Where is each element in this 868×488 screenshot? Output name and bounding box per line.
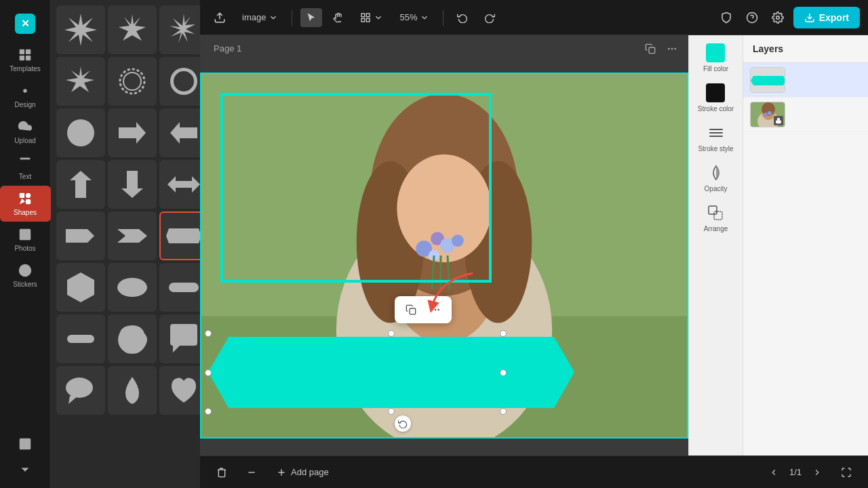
- shape-droplet[interactable]: [108, 366, 157, 415]
- handle-tr[interactable]: [500, 330, 507, 337]
- sidebar-item-templates[interactable]: Templates: [0, 42, 51, 78]
- canvas-frame[interactable]: [200, 73, 688, 439]
- file-menu-button[interactable]: [208, 7, 231, 28]
- main-area: image 55%: [200, 0, 868, 488]
- page-navigation: 1/1: [764, 464, 827, 481]
- prev-page-button[interactable]: [764, 464, 784, 481]
- shape-arrow-down[interactable]: [108, 160, 157, 209]
- handle-mr[interactable]: [500, 369, 507, 376]
- next-page-button[interactable]: [807, 464, 827, 481]
- svg-marker-33: [121, 171, 143, 198]
- shape-speech-bubble[interactable]: [159, 314, 200, 363]
- help-button[interactable]: [742, 7, 762, 28]
- select-tool-button[interactable]: [300, 8, 322, 27]
- page-more-button[interactable]: [664, 41, 680, 59]
- layer-item-1[interactable]: [743, 63, 868, 98]
- shape-arrow-double[interactable]: [159, 160, 200, 209]
- shape-rounded-rect[interactable]: [108, 263, 157, 312]
- pan-tool-button[interactable]: [328, 8, 349, 27]
- arrange-item[interactable]: Arrange: [704, 203, 728, 232]
- teal-rectangle-outline[interactable]: [220, 93, 492, 283]
- canvas-container: Page 1: [200, 35, 688, 455]
- arrange-icon: [706, 203, 725, 222]
- stroke-style-icon: [707, 123, 726, 142]
- top-toolbar: image 55%: [200, 0, 868, 35]
- sidebar-item-design[interactable]: Design: [0, 78, 51, 114]
- sidebar: ✕ Templates Design Upload Text Shapes Ph…: [0, 0, 51, 488]
- shape-circle[interactable]: [56, 108, 105, 157]
- shape-oval-speech[interactable]: [56, 366, 105, 415]
- svg-marker-35: [66, 229, 94, 243]
- handle-bm[interactable]: [388, 408, 395, 415]
- shape-heart[interactable]: [159, 366, 200, 415]
- canvas-background: [201, 74, 687, 437]
- app-logo[interactable]: ✕: [0, 5, 51, 42]
- shape-banner-scroll[interactable]: [159, 211, 200, 260]
- image-dropdown-button[interactable]: image: [237, 8, 283, 26]
- redo-button[interactable]: [479, 8, 500, 27]
- banner-shape-selected[interactable]: [208, 333, 574, 411]
- svg-point-11: [26, 193, 31, 198]
- settings-button[interactable]: [768, 7, 788, 28]
- svg-point-26: [123, 73, 141, 90]
- svg-rect-53: [649, 47, 655, 54]
- shape-chevron-right[interactable]: [108, 211, 157, 260]
- svg-point-89: [768, 111, 772, 115]
- zoom-button[interactable]: 55%: [394, 8, 435, 26]
- svg-point-28: [174, 71, 194, 92]
- svg-point-55: [671, 48, 673, 50]
- page-duplicate-button[interactable]: [642, 41, 658, 59]
- shape-capsule[interactable]: [56, 314, 105, 363]
- context-duplicate-button[interactable]: [403, 302, 419, 318]
- shape-arrow-up[interactable]: [56, 160, 105, 209]
- layout-button[interactable]: [355, 8, 389, 27]
- svg-rect-81: [714, 211, 722, 220]
- shapes-panel: [51, 0, 200, 488]
- rotate-handle[interactable]: [395, 415, 411, 432]
- shape-starburst-2[interactable]: [108, 5, 157, 54]
- shape-burst-circle[interactable]: [108, 57, 157, 106]
- handle-tl[interactable]: [205, 330, 212, 337]
- layers-header: Layers: [743, 35, 868, 63]
- stroke-style-item[interactable]: Stroke style: [698, 123, 733, 152]
- shape-stamp-circle[interactable]: [159, 57, 200, 106]
- handle-ml[interactable]: [205, 369, 212, 376]
- undo-button[interactable]: [452, 8, 473, 27]
- fill-color-item[interactable]: Fill color: [703, 43, 728, 73]
- svg-rect-46: [367, 14, 370, 17]
- fill-color-swatch[interactable]: [706, 43, 725, 62]
- stroke-color-swatch[interactable]: [706, 83, 725, 102]
- handle-tm[interactable]: [388, 330, 395, 337]
- shield-icon-button[interactable]: [716, 7, 736, 28]
- handle-bl[interactable]: [205, 408, 212, 415]
- sidebar-item-frames[interactable]: [0, 431, 51, 457]
- shape-starburst-1[interactable]: [56, 5, 105, 54]
- sidebar-item-stickers[interactable]: Stickers: [0, 258, 51, 293]
- shape-pill[interactable]: [159, 263, 200, 312]
- delete-element-button[interactable]: [211, 463, 233, 482]
- shape-arrow-right[interactable]: [108, 108, 157, 157]
- export-button[interactable]: Export: [793, 7, 860, 28]
- shape-blob[interactable]: [108, 314, 157, 363]
- layer-item-2[interactable]: [743, 98, 868, 132]
- sidebar-item-more[interactable]: [0, 457, 51, 483]
- context-more-button[interactable]: [427, 302, 443, 318]
- sidebar-item-photos[interactable]: Photos: [0, 222, 51, 258]
- shape-tag-right[interactable]: [56, 211, 105, 260]
- stroke-color-item[interactable]: Stroke color: [698, 83, 734, 113]
- add-page-button[interactable]: Add page: [271, 463, 334, 482]
- sidebar-item-shapes[interactable]: Shapes: [0, 186, 51, 222]
- shape-starburst-4[interactable]: [56, 57, 105, 106]
- opacity-item[interactable]: Opacity: [705, 163, 728, 192]
- sidebar-item-upload[interactable]: Upload: [0, 114, 51, 150]
- fullscreen-button[interactable]: [835, 463, 857, 482]
- remove-element-button[interactable]: [241, 463, 262, 482]
- shape-starburst-3[interactable]: [159, 5, 200, 54]
- svg-rect-40: [169, 283, 199, 292]
- sidebar-item-text[interactable]: Text: [0, 150, 51, 186]
- svg-point-88: [764, 113, 768, 117]
- handle-br[interactable]: [500, 408, 507, 415]
- shape-arrow-left[interactable]: [159, 108, 200, 157]
- shape-hexagon[interactable]: [56, 263, 105, 312]
- context-menu: [395, 296, 452, 323]
